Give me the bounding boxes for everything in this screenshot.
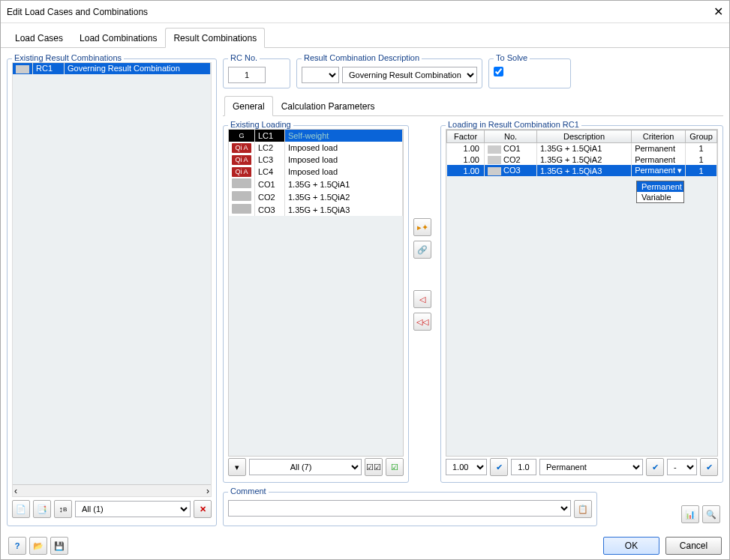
one-input[interactable] [511,459,536,475]
exist-code: LC3 [255,154,285,166]
comment-library-button[interactable]: 📋 [574,500,592,518]
h-scrollbar[interactable]: ‹ › [13,484,211,496]
exist-row[interactable]: Qi ALC2Imposed load [229,142,403,154]
result-loading-fieldset: Loading in Result Combination RC1 Factor… [440,125,723,483]
result-header-row: Factor No. Description Criterion Group [447,130,717,143]
exist-code: CO2 [255,190,285,203]
uncheck-all-icon[interactable]: ☑ [386,458,404,476]
main-tabs: Load Cases Load Combinations Result Comb… [1,23,729,48]
result-row[interactable]: 1.00 CO31.35G + 1.5QiA3Permanent ▾1 [447,165,717,176]
exist-row[interactable]: Qi ALC3Imposed load [229,154,403,166]
scroll-left-icon[interactable]: ‹ [14,486,17,496]
cell-group: 1 [686,143,717,154]
result-loading-label: Loading in Result Combination RC1 [446,120,581,129]
factor-select[interactable]: 1.00 [446,459,487,475]
existing-loading-table[interactable]: GLC1Self-weightQi ALC2Imposed loadQi ALC… [228,129,404,457]
criterion-select[interactable]: Permanent [539,459,643,475]
subtab-calc[interactable]: Calculation Parameters [273,96,383,115]
save-button[interactable]: 💾 [50,537,68,555]
badge-icon [232,191,251,201]
badge-icon [232,178,251,188]
existing-loading-panel: Existing Loading GLC1Self-weightQi ALC2I… [223,121,409,483]
apply-factor-button[interactable]: ✔ [490,458,508,476]
cell-desc: 1.35G + 1.5QiA2 [537,154,632,166]
add-to-right-button[interactable]: ▸✦ [413,218,431,236]
main-area: Existing Loading GLC1Self-weightQi ALC2I… [223,121,723,483]
result-bottom-toolbar: 1.00 ✔ Permanent ✔ - ✔ [446,457,718,478]
exist-row[interactable]: GLC1Self-weight [229,130,403,142]
open-button[interactable]: 📂 [29,537,47,555]
comment-fieldset: Comment 📋 [223,492,597,526]
subtab-general[interactable]: General [224,96,273,116]
move-left-button[interactable]: ◁ [413,290,431,308]
rc-list[interactable]: RC1 Governing Result Combination ‹ › [12,62,212,497]
details-button[interactable]: 📊 [681,505,699,523]
delete-button[interactable]: ✕ [194,500,212,518]
apply-group-button[interactable]: ✔ [700,458,718,476]
solve-fieldset: To Solve [488,58,571,88]
exist-filter-select[interactable]: All (7) [249,459,362,475]
result-table-area[interactable]: Factor No. Description Criterion Group 1… [446,129,718,457]
tab-result-combinations[interactable]: Result Combinations [165,28,265,48]
badge-icon [232,204,251,214]
sort-button[interactable]: ↕B [54,500,72,518]
dropdown-option-variable[interactable]: Variable [637,192,683,202]
result-row[interactable]: 1.00 CO11.35G + 1.5QiA1Permanent1 [447,143,717,154]
cell-factor: 1.00 [447,154,485,166]
corner-icons: 📊 🔍 [603,487,723,526]
exist-row[interactable]: CO21.35G + 1.5QiA2 [229,190,403,203]
content-area: Existing Result Combinations RC1 Governi… [1,48,729,532]
cell-desc: 1.35G + 1.5QiA3 [537,165,632,176]
sub-tabs: General Calculation Parameters [223,96,723,116]
solve-label: To Solve [494,53,530,62]
link-button[interactable]: 🔗 [413,241,431,259]
filter-icon[interactable]: ▾ [228,458,246,476]
result-row[interactable]: 1.00 CO21.35G + 1.5QiA2Permanent1 [447,154,717,166]
solve-checkbox[interactable] [494,67,503,76]
rc-id: RC1 [33,63,65,74]
rc-list-row[interactable]: RC1 Governing Result Combination [13,63,211,74]
tab-load-cases[interactable]: Load Cases [7,28,71,47]
cell-criterion[interactable]: Permanent [632,154,686,166]
cell-no: CO1 [485,143,537,154]
close-icon[interactable]: ✕ [713,4,723,19]
help-button[interactable]: ? [8,537,26,555]
group-select[interactable]: - [667,459,697,475]
exist-desc: Imposed load [285,142,403,154]
cell-criterion[interactable]: Permanent ▾ [632,165,686,176]
right-panel: RC No. Result Combination Description Go… [223,54,723,526]
transfer-buttons: ▸✦ 🔗 ◁ ◁◁ [413,121,436,483]
existing-rc-label: Existing Result Combinations [12,53,124,62]
scroll-right-icon[interactable]: › [206,486,209,496]
apply-criterion-button[interactable]: ✔ [646,458,664,476]
exist-row[interactable]: CO11.35G + 1.5QiA1 [229,178,403,190]
cancel-button[interactable]: Cancel [665,537,722,555]
copy-rc-button[interactable]: 📑 [33,500,51,518]
preview-button[interactable]: 🔍 [702,505,720,523]
ok-button[interactable]: OK [603,537,659,555]
check-all-icon[interactable]: ☑☑ [365,458,383,476]
exist-row[interactable]: CO31.35G + 1.5QiA3 [229,203,403,216]
existing-loading-fieldset: Existing Loading GLC1Self-weightQi ALC2I… [223,125,409,483]
exist-row[interactable]: Qi ALC4Imposed load [229,166,403,178]
move-all-left-button[interactable]: ◁◁ [413,313,431,331]
dialog-window: Edit Load Cases and Combinations ✕ Load … [0,0,730,560]
rcno-input[interactable] [228,67,266,83]
desc-type-select[interactable] [302,67,339,83]
color-chip-icon [488,167,501,175]
desc-select[interactable]: Governing Result Combination [342,67,477,83]
cell-no: CO2 [485,154,537,166]
dropdown-option-permanent[interactable]: Permanent [637,181,683,192]
exist-desc: 1.35G + 1.5QiA3 [285,203,403,216]
tab-load-combinations[interactable]: Load Combinations [71,28,165,47]
existing-rc-fieldset: Existing Result Combinations RC1 Governi… [7,58,217,526]
left-filter-select[interactable]: All (1) [75,501,191,517]
desc-fieldset: Result Combination Description Governing… [296,58,482,88]
new-rc-button[interactable]: 📄 [12,500,30,518]
comment-input[interactable] [228,500,571,517]
comment-row: Comment 📋 📊 🔍 [223,487,723,526]
criterion-dropdown[interactable]: Permanent Variable [636,181,684,203]
cell-criterion[interactable]: Permanent [632,143,686,154]
chevron-down-icon[interactable]: ▾ [677,166,682,175]
window-title: Edit Load Cases and Combinations [7,7,148,17]
